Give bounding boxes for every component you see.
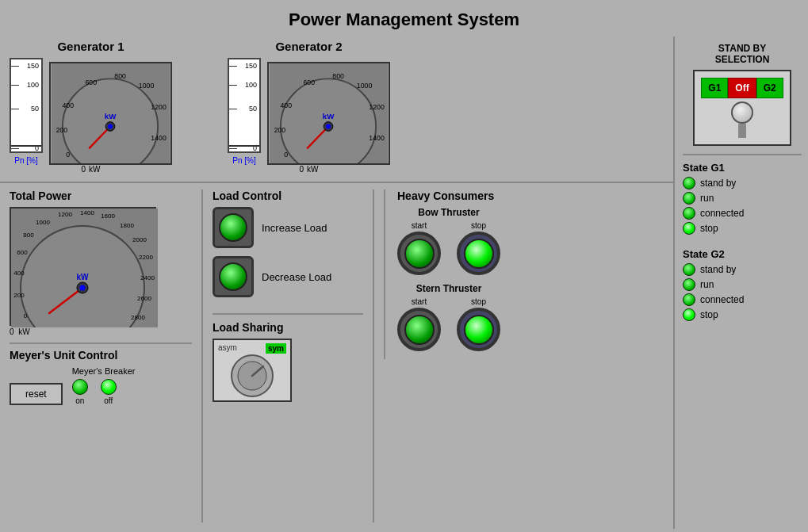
svg-text:400: 400	[280, 101, 292, 109]
bow-stop-col: stop	[457, 221, 500, 275]
reset-button[interactable]: reset	[10, 383, 63, 405]
meyers-breaker-label: Meyer's Breaker	[72, 366, 136, 376]
generator-2-title: Generator 2	[275, 40, 342, 53]
svg-text:2400: 2400	[140, 274, 155, 281]
generator-1-panel: Generator 1 150 100 50 0	[10, 40, 172, 174]
gen1-zero: 0	[81, 165, 86, 174]
svg-text:200: 200	[274, 126, 286, 134]
state-g2-stop-row: stop	[683, 308, 802, 321]
state-g2-run-label: run	[700, 279, 714, 290]
stern-start-col: start	[397, 297, 441, 351]
svg-text:200: 200	[56, 126, 68, 134]
standby-g1-label[interactable]: G1	[701, 78, 728, 98]
gen1-pn-label: Pn [%]	[14, 156, 37, 165]
standby-title: STAND BYSELECTION	[715, 43, 770, 65]
load-sharing-title: Load Sharing	[213, 321, 363, 334]
state-g2-standby-dot	[683, 263, 695, 276]
stern-stop-button[interactable]	[457, 308, 500, 351]
gen2-round-gauge: 0 200 400 600 800 1000 1200 1400 kW	[267, 62, 390, 165]
page-title: Power Management System	[0, 0, 808, 36]
state-g1-connected-label: connected	[700, 208, 744, 219]
state-g1-stop-label: stop	[700, 223, 718, 234]
standby-knob[interactable]	[731, 101, 753, 124]
meyers-off-label: off	[104, 396, 113, 405]
increase-load-button[interactable]	[213, 207, 254, 248]
gen2-vertical-gauge: 150 100 50 0	[228, 58, 261, 153]
increase-load-label: Increase Load	[262, 222, 327, 234]
state-g1-title: State G1	[683, 162, 802, 174]
gen2-pn-label: Pn [%]	[232, 156, 255, 165]
bow-start-col: start	[397, 221, 441, 275]
gen2-zero: 0	[299, 165, 304, 174]
stern-start-button[interactable]	[397, 308, 441, 351]
svg-text:1200: 1200	[151, 103, 167, 111]
state-g1-standby-row: stand by	[683, 177, 802, 189]
svg-text:1400: 1400	[369, 134, 385, 142]
load-sharing-panel: Load Sharing asym sym	[213, 313, 363, 402]
gen1-kw: kW	[89, 165, 100, 174]
svg-text:800: 800	[332, 72, 344, 80]
svg-text:1600: 1600	[101, 212, 115, 220]
state-g2-stop-label: stop	[700, 309, 718, 320]
state-g1-run-dot	[683, 192, 695, 205]
svg-text:2600: 2600	[137, 295, 151, 302]
heavy-consumers-panel: Heavy Consumers Bow Thruster start stop	[384, 189, 542, 359]
decrease-load-btn-inner	[219, 262, 247, 291]
total-power-labels: 0 kW	[10, 327, 30, 336]
svg-text:0: 0	[66, 151, 70, 159]
generator-2-panel: Generator 2 150 100 50 0	[228, 40, 390, 174]
svg-point-13	[108, 124, 113, 129]
svg-text:1400: 1400	[151, 134, 167, 142]
bow-start-label: start	[412, 221, 427, 230]
standby-g2-label[interactable]: G2	[756, 78, 783, 98]
decrease-load-button[interactable]	[213, 256, 254, 297]
state-g2-run-dot	[683, 278, 695, 291]
svg-text:600: 600	[304, 78, 316, 86]
decrease-load-row: Decrease Load	[213, 256, 331, 297]
state-g2-connected-dot	[683, 293, 695, 306]
bow-thruster-title: Bow Thruster	[397, 207, 500, 218]
standby-off-label[interactable]: Off	[728, 78, 756, 98]
bow-start-button[interactable]	[397, 232, 441, 275]
meyers-on-dot	[72, 379, 88, 395]
load-sharing-knob[interactable]	[228, 352, 276, 400]
standby-lever-stem	[738, 124, 746, 138]
gen1-vertical-gauge: 150 100 50 0	[10, 58, 43, 153]
load-sharing-control: asym sym	[213, 339, 292, 402]
state-g1-run-label: run	[700, 193, 714, 204]
bow-stop-button[interactable]	[457, 232, 500, 275]
svg-text:0: 0	[24, 312, 28, 320]
svg-text:kW: kW	[77, 273, 90, 281]
increase-load-row: Increase Load	[213, 207, 327, 248]
bow-stop-inner	[464, 239, 494, 269]
divider-2	[373, 189, 374, 522]
svg-text:1000: 1000	[139, 82, 155, 90]
svg-text:1000: 1000	[357, 82, 373, 90]
svg-point-48	[80, 285, 86, 291]
svg-text:600: 600	[86, 78, 98, 86]
svg-point-27	[326, 124, 331, 129]
divider-1	[201, 189, 203, 522]
state-g2-standby-label: stand by	[700, 264, 736, 275]
svg-text:2000: 2000	[132, 236, 147, 243]
svg-text:kW: kW	[323, 112, 335, 121]
gen2-kw: kW	[307, 165, 318, 174]
generator-1-title: Generator 1	[57, 40, 124, 53]
stern-stop-label: stop	[471, 297, 486, 306]
state-g2-stop-dot	[683, 308, 695, 321]
svg-text:2200: 2200	[139, 254, 153, 261]
stern-stop-col: stop	[457, 297, 500, 351]
stern-start-inner	[404, 315, 435, 345]
svg-text:2800: 2800	[131, 314, 145, 321]
load-control-title: Load Control	[213, 189, 281, 202]
heavy-consumers-title: Heavy Consumers	[397, 189, 494, 202]
svg-text:1000: 1000	[36, 219, 50, 226]
stern-start-label: start	[412, 297, 427, 306]
meyers-title: Meyer's Unit Control	[10, 349, 192, 362]
state-g1-run-row: run	[683, 192, 802, 205]
sym-label: sym	[266, 343, 286, 354]
total-power-panel: Total Power 0 200 400 600 800 1000 1200	[10, 189, 192, 405]
state-g1-panel: State G1 stand by run connected stop	[683, 162, 802, 237]
svg-text:400: 400	[13, 270, 25, 277]
svg-text:200: 200	[13, 292, 25, 299]
